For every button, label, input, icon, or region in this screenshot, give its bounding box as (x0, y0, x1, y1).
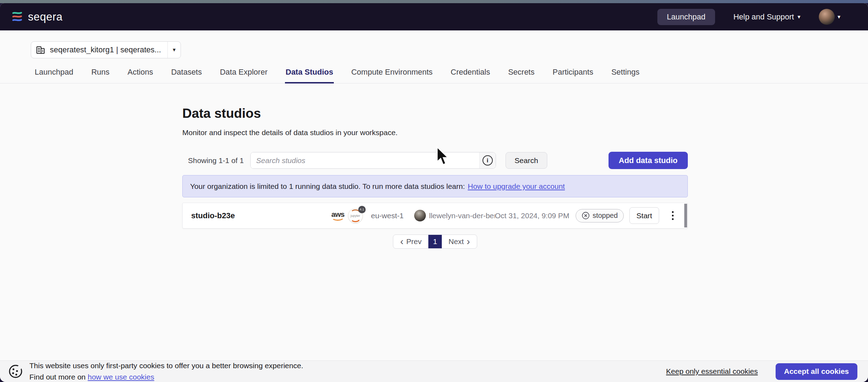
tab-launchpad[interactable]: Launchpad (34, 68, 74, 83)
main-content: Data studios Monitor and inspect the det… (182, 83, 688, 249)
stopped-icon (582, 212, 590, 220)
cookie-policy-link[interactable]: how we use cookies (88, 373, 154, 381)
brand-name: seqera (28, 11, 63, 23)
pagination-next-button[interactable]: Next › (442, 235, 477, 248)
page-subtitle: Monitor and inspect the details of data … (182, 128, 688, 137)
studio-region: eu-west-1 (371, 212, 414, 220)
start-button[interactable]: Start (629, 207, 659, 224)
search-field-group: i (250, 152, 496, 169)
top-nav-bar: seqera Launchpad Help and Support ▾ ▾ (0, 3, 868, 30)
pagination-prev-button[interactable]: ‹ Prev (393, 235, 428, 248)
tab-compute-environments[interactable]: Compute Environments (350, 68, 433, 83)
workspace-selector-caret[interactable]: ▾ (167, 42, 181, 58)
chevron-down-icon: ▾ (838, 14, 840, 20)
jupyter-label: jupyter (350, 214, 360, 218)
table-row[interactable]: studio-b23e aws jupyter 4.1 (182, 203, 688, 228)
user-menu[interactable]: ▾ (819, 9, 840, 25)
aws-icon: aws (331, 210, 344, 221)
workspace-selector-row: seqeratest_kitorg1 | seqerates... ▾ (0, 30, 868, 58)
pagination-page-1[interactable]: 1 (428, 235, 442, 249)
help-and-support-menu[interactable]: Help and Support ▾ (733, 12, 800, 22)
status-label: stopped (593, 212, 618, 220)
limit-notice-text: Your organization is limited to 1 runnin… (190, 182, 465, 191)
tab-data-explorer[interactable]: Data Explorer (219, 68, 268, 83)
aws-smile-swoosh (332, 218, 344, 221)
row-scrollbar[interactable] (684, 204, 687, 227)
owner-name: llewelyn-van-der-ber (429, 212, 495, 220)
tab-participants[interactable]: Participants (552, 68, 594, 83)
cookie-icon (8, 364, 23, 379)
studio-last-updated: Oct 31, 2024, 9:09 PM (495, 212, 570, 220)
tab-runs[interactable]: Runs (91, 68, 110, 83)
cookie-text-line2-prefix: Find out more on (29, 373, 86, 381)
studio-environment-icons: aws jupyter 4.1 (331, 208, 371, 223)
workspace-selector[interactable]: seqeratest_kitorg1 | seqerates... ▾ (31, 41, 181, 58)
showing-count: Showing 1-1 of 1 (188, 156, 244, 165)
cookie-text-line2: Find out more onhow we use cookies (29, 372, 303, 382)
pagination: ‹ Prev 1 Next › (393, 235, 477, 249)
tab-settings[interactable]: Settings (611, 68, 640, 83)
studio-name[interactable]: studio-b23e (183, 211, 331, 220)
workspace-selector-label: seqeratest_kitorg1 | seqerates... (50, 45, 161, 54)
help-and-support-label: Help and Support (733, 12, 794, 22)
tab-actions[interactable]: Actions (127, 68, 154, 83)
tab-credentials[interactable]: Credentials (450, 68, 491, 83)
add-data-studio-button[interactable]: Add data studio (609, 152, 688, 169)
studio-owner: llewelyn-van-der-ber (414, 210, 495, 221)
cookie-text-line1: This website uses only first-party cooki… (29, 361, 303, 371)
tab-datasets[interactable]: Datasets (170, 68, 202, 83)
page-title: Data studios (182, 83, 688, 120)
screen: seqera Launchpad Help and Support ▾ ▾ (0, 0, 868, 382)
workspace-tabs: Launchpad Runs Actions Datasets Data Exp… (0, 68, 868, 83)
jupyter-icon: jupyter 4.1 (348, 208, 363, 223)
keep-essential-cookies-button[interactable]: Keep only essential cookies (666, 367, 758, 376)
upgrade-account-link[interactable]: How to upgrade your account (468, 182, 565, 191)
search-button[interactable]: Search (506, 152, 548, 169)
search-input[interactable] (251, 152, 479, 168)
studios-toolbar: Showing 1-1 of 1 i Search Add data studi… (182, 152, 688, 169)
aws-label: aws (331, 210, 344, 218)
jupyter-version-badge: 4.1 (358, 206, 366, 213)
launchpad-button[interactable]: Launchpad (657, 9, 715, 25)
chevron-down-icon: ▾ (173, 47, 176, 53)
info-icon: i (482, 155, 493, 166)
seqera-logo: seqera (11, 10, 63, 23)
search-info-button[interactable]: i (479, 152, 496, 168)
accept-all-cookies-button[interactable]: Accept all cookies (776, 363, 857, 380)
status-badge: stopped (576, 209, 624, 222)
tab-secrets[interactable]: Secrets (507, 68, 535, 83)
desktop-background-strip (0, 0, 868, 3)
user-avatar[interactable] (819, 9, 835, 25)
next-label: Next (449, 237, 464, 246)
cookie-banner: This website uses only first-party cooki… (0, 360, 868, 382)
row-menu-kebab-icon[interactable] (670, 209, 676, 222)
organization-icon (36, 45, 45, 55)
chevron-down-icon: ▾ (798, 14, 800, 20)
seqera-logo-icon (11, 10, 24, 23)
limit-notice-banner: Your organization is limited to 1 runnin… (182, 175, 688, 197)
browser-window: seqera Launchpad Help and Support ▾ ▾ (0, 3, 868, 382)
studio-status-cell: stopped (570, 209, 629, 222)
owner-avatar (414, 210, 426, 221)
prev-label: Prev (406, 237, 422, 246)
tab-data-studios[interactable]: Data Studios (285, 68, 334, 83)
